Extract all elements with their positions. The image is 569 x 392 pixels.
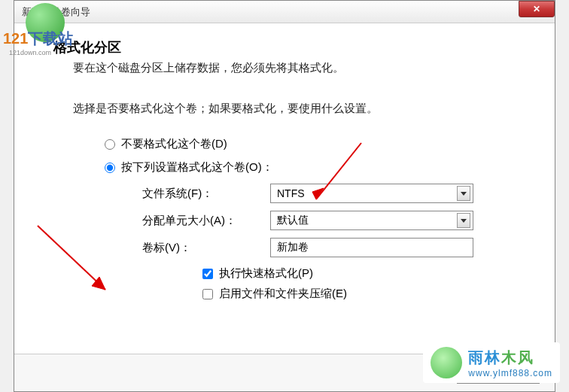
checkbox-compression[interactable]: 启用文件和文件夹压缩(E) <box>202 287 532 301</box>
watermark-part1: 雨林 <box>468 349 501 366</box>
wizard-window: 新建简单卷向导 ✕ 格式化分区 要在这个磁盘分区上储存数据，您必须先将其格式化。… <box>14 0 555 392</box>
radio-format-with-label: 按下列设置格式化这个卷(O)： <box>121 160 273 175</box>
chevron-down-icon <box>457 186 470 201</box>
titlebar: 新建简单卷向导 ✕ <box>14 1 555 23</box>
instruction-text: 选择是否要格式化这个卷；如果要格式化，要使用什么设置。 <box>73 102 532 116</box>
filesystem-value: NTFS <box>277 187 305 199</box>
alloc-combobox[interactable]: 默认值 <box>270 211 473 230</box>
watermark-url: www.ylmf888.com <box>468 368 552 378</box>
close-icon: ✕ <box>533 4 540 14</box>
radio-no-format-input[interactable] <box>105 139 115 150</box>
watermark-part2: 木风 <box>501 349 534 366</box>
alloc-row: 分配单元大小(A)： 默认值 <box>142 211 532 230</box>
volume-label-label: 卷标(V)： <box>142 241 270 255</box>
annotation-arrow-icon <box>30 218 120 301</box>
filesystem-label: 文件系统(F)： <box>142 187 270 201</box>
alloc-value: 默认值 <box>277 214 309 227</box>
section-desc: 要在这个磁盘分区上储存数据，您必须先将其格式化。 <box>73 61 532 75</box>
alloc-label: 分配单元大小(A)： <box>142 214 270 228</box>
radio-no-format-label: 不要格式化这个卷(D) <box>121 137 227 151</box>
chevron-down-icon <box>457 213 470 228</box>
watermark-url: 121down.com <box>9 49 51 56</box>
watermark-ylmf: 雨林木风 www.ylmf888.com <box>423 342 560 383</box>
checkbox-quick-format[interactable]: 执行快速格式化(P) <box>202 266 532 281</box>
volume-label-input[interactable] <box>270 238 473 257</box>
watermark-text-wrap: 雨林木风 www.ylmf888.com <box>468 348 552 378</box>
checkbox-compression-label: 启用文件和文件夹压缩(E) <box>219 287 347 301</box>
watermark-121down: 121下载站 121down.com <box>3 3 73 56</box>
radio-format-with-input[interactable] <box>105 163 115 173</box>
checkbox-quick-format-input[interactable] <box>202 269 213 279</box>
svg-line-2 <box>38 226 105 290</box>
watermark-label: 下载站 <box>28 30 73 47</box>
watermark-num: 121 <box>3 30 28 47</box>
svg-line-0 <box>316 143 361 199</box>
checkbox-quick-format-label: 执行快速格式化(P) <box>219 266 313 281</box>
volume-label-row: 卷标(V)： <box>142 238 532 257</box>
watermark-main: 雨林木风 <box>468 348 552 368</box>
annotation-arrow-icon <box>309 135 369 211</box>
filesystem-combobox[interactable]: NTFS <box>270 184 473 203</box>
section-title: 格式化分区 <box>53 38 532 56</box>
checkbox-group: 执行快速格式化(P) 启用文件和文件夹压缩(E) <box>202 266 532 301</box>
watermark-text: 121下载站 <box>3 29 73 49</box>
close-button[interactable]: ✕ <box>519 1 555 17</box>
leaf-icon <box>431 347 462 378</box>
checkbox-compression-input[interactable] <box>202 289 213 299</box>
